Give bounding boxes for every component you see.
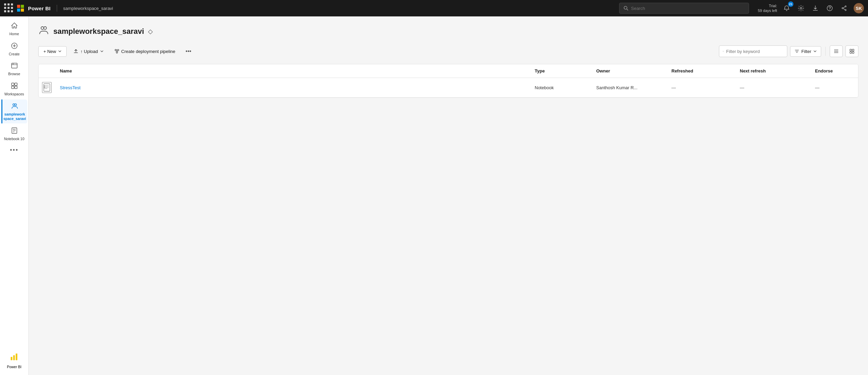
upload-icon xyxy=(74,49,78,54)
microsoft-logo xyxy=(17,5,24,12)
browse-icon xyxy=(11,62,18,70)
svg-rect-13 xyxy=(11,63,17,68)
sidebar-item-create-label: Create xyxy=(9,52,20,57)
top-navigation: Power BI sampleworkspace_saravi Trial: 5… xyxy=(0,0,868,16)
svg-rect-19 xyxy=(14,86,17,89)
row-owner: Santhosh Kumar R... xyxy=(591,81,667,94)
col-owner[interactable]: Owner xyxy=(591,64,667,78)
filter-button[interactable]: Filter xyxy=(790,46,821,57)
svg-point-20 xyxy=(13,104,15,106)
svg-rect-28 xyxy=(16,354,17,361)
workspace-title: sampleworkspace_saravi xyxy=(53,27,144,36)
toolbar: + New ↑ Upload xyxy=(38,45,858,57)
new-button[interactable]: + New xyxy=(38,46,67,57)
upload-button[interactable]: ↑ Upload xyxy=(69,46,107,56)
global-search-bar[interactable] xyxy=(619,3,749,14)
col-type[interactable]: Type xyxy=(530,64,591,78)
svg-rect-27 xyxy=(13,355,15,360)
filter-input[interactable] xyxy=(726,49,784,54)
upload-chevron-icon xyxy=(100,50,104,53)
sidebar-item-browse[interactable]: Browse xyxy=(1,59,27,79)
sidebar-item-notebook10[interactable]: Notebook 10 xyxy=(1,124,27,144)
pipeline-icon xyxy=(115,49,119,54)
svg-line-1 xyxy=(627,9,628,10)
diamond-icon[interactable]: ◇ xyxy=(148,28,153,35)
sidebar-item-home[interactable]: Home xyxy=(1,19,27,39)
user-avatar[interactable]: SK xyxy=(854,3,864,13)
svg-point-3 xyxy=(827,5,832,11)
app-launcher-button[interactable] xyxy=(4,3,14,13)
col-endorse[interactable]: Endorse xyxy=(810,64,858,78)
pipeline-button[interactable]: Create deployment pipeline xyxy=(110,46,179,56)
filter-search-icon xyxy=(723,49,724,54)
main-layout: Home Create Browse xyxy=(0,16,868,375)
row-next-refresh: — xyxy=(735,81,810,94)
sidebar-item-sampleworkspace-label: samplework space_saravi xyxy=(3,112,26,121)
svg-point-7 xyxy=(842,8,843,9)
svg-point-29 xyxy=(41,27,44,29)
sidebar-item-workspaces[interactable]: Workspaces xyxy=(1,79,27,99)
svg-rect-43 xyxy=(852,49,854,51)
notification-badge: 21 xyxy=(788,1,793,7)
row-endorse: — xyxy=(810,81,858,94)
svg-rect-18 xyxy=(11,86,14,89)
create-icon xyxy=(11,42,18,51)
svg-line-35 xyxy=(724,52,724,52)
share-button[interactable] xyxy=(839,3,849,13)
svg-rect-44 xyxy=(850,52,852,53)
sidebar-item-home-label: Home xyxy=(9,32,19,37)
col-refreshed[interactable]: Refreshed xyxy=(667,64,735,78)
svg-line-9 xyxy=(843,7,845,8)
search-icon xyxy=(624,6,628,11)
filter-icon xyxy=(794,49,799,54)
svg-point-34 xyxy=(723,51,724,52)
row-refreshed: — xyxy=(667,81,735,94)
row-type: Notebook xyxy=(530,81,591,94)
nav-divider xyxy=(57,5,57,12)
settings-button[interactable] xyxy=(796,3,806,13)
row-name: StressTest xyxy=(55,81,530,94)
trial-info: Trial: 59 days left xyxy=(758,3,777,13)
filter-search-bar[interactable] xyxy=(719,45,787,57)
sidebar-item-notebook10-label: Notebook 10 xyxy=(4,137,25,142)
svg-point-30 xyxy=(44,27,46,29)
sidebar-item-workspaces-label: Workspaces xyxy=(4,92,24,97)
list-view-button[interactable] xyxy=(830,45,843,57)
content-area: sampleworkspace_saravi ◇ + New ↑ Upload xyxy=(29,16,868,375)
svg-point-5 xyxy=(845,6,846,7)
workspaces-icon xyxy=(11,82,18,91)
sidebar: Home Create Browse xyxy=(0,16,29,375)
svg-point-31 xyxy=(115,49,116,51)
col-next-refresh[interactable]: Next refresh xyxy=(735,64,810,78)
nav-right-area: Trial: 59 days left 21 xyxy=(758,3,864,13)
sidebar-more-button[interactable]: ••• xyxy=(10,144,18,157)
col-name[interactable]: Name xyxy=(55,64,530,78)
help-button[interactable] xyxy=(825,3,834,13)
powerbi-logo-label: Power BI xyxy=(7,365,22,370)
sidebar-item-create[interactable]: Create xyxy=(1,39,27,59)
nav-workspace-label: sampleworkspace_saravi xyxy=(63,6,113,11)
list-view-icon xyxy=(833,49,839,54)
sampleworkspace-icon xyxy=(11,102,18,111)
sidebar-item-sampleworkspace[interactable]: samplework space_saravi xyxy=(1,99,27,123)
item-name-link[interactable]: StressTest xyxy=(60,85,81,90)
table-row: StressTest Notebook Santhosh Kumar R... … xyxy=(39,78,858,97)
table-header: Name Type Owner Refreshed Next refresh E… xyxy=(39,64,858,78)
notifications-button[interactable]: 21 xyxy=(782,3,791,13)
home-icon xyxy=(11,22,18,30)
grid-view-button[interactable] xyxy=(845,45,858,57)
svg-rect-16 xyxy=(11,83,14,85)
toolbar-divider xyxy=(825,47,826,56)
svg-line-8 xyxy=(843,9,845,10)
sidebar-item-browse-label: Browse xyxy=(8,72,20,77)
svg-rect-45 xyxy=(852,52,854,53)
search-input[interactable] xyxy=(631,6,745,11)
download-button[interactable] xyxy=(811,3,820,13)
powerbi-logo-sidebar: Power BI xyxy=(7,352,22,370)
notebook10-icon xyxy=(11,127,18,135)
notebook-file-icon xyxy=(42,82,52,93)
more-options-button[interactable]: ••• xyxy=(182,46,195,57)
chevron-down-icon xyxy=(58,50,62,53)
svg-point-6 xyxy=(845,10,846,11)
grid-view-icon xyxy=(849,49,855,54)
